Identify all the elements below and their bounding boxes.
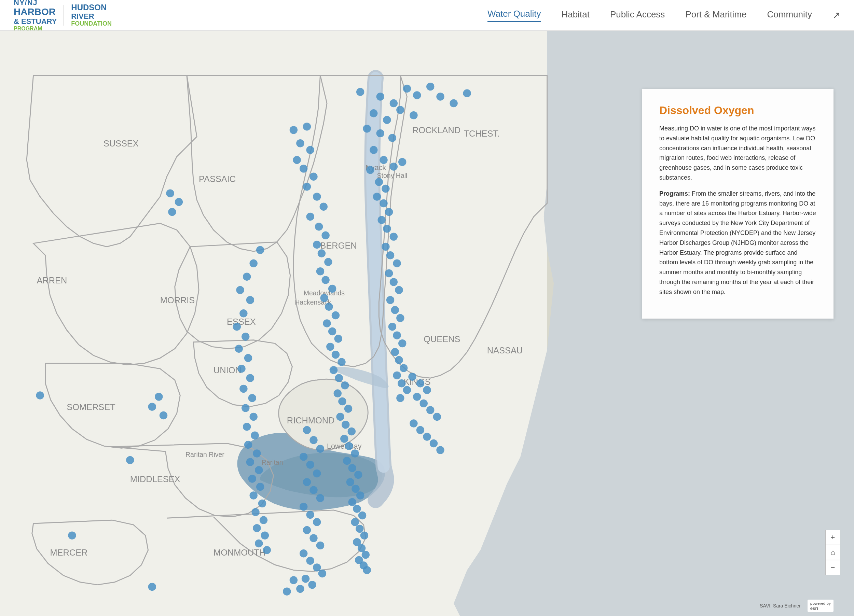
svg-point-24 (373, 193, 381, 201)
svg-point-156 (410, 419, 418, 427)
svg-point-23 (381, 185, 389, 193)
svg-point-45 (393, 371, 401, 379)
share-icon[interactable]: ↗ (833, 9, 840, 21)
svg-point-114 (241, 333, 249, 341)
svg-point-179 (319, 570, 326, 577)
zoom-in-button[interactable]: + (825, 530, 840, 545)
svg-point-80 (334, 389, 342, 397)
svg-point-171 (306, 511, 314, 519)
label-queens: QUEENS (424, 334, 460, 344)
zoom-out-button[interactable]: − (825, 560, 840, 575)
nav-habitat[interactable]: Habitat (561, 9, 590, 21)
label-sussex: SUSSEX (104, 138, 139, 148)
label-lower-bay: Lower Bay (327, 442, 362, 450)
nynj-logo: NY/NJ HARBOR & ESTUARY PROGRAM (14, 0, 57, 32)
svg-point-158 (423, 433, 431, 441)
svg-point-184 (283, 587, 291, 595)
svg-point-116 (244, 354, 252, 362)
svg-point-164 (300, 453, 307, 461)
svg-point-16 (388, 134, 396, 142)
svg-point-62 (313, 241, 321, 249)
svg-point-139 (166, 189, 174, 197)
svg-point-33 (385, 269, 393, 277)
svg-point-117 (238, 365, 245, 373)
svg-point-113 (233, 323, 241, 330)
svg-point-66 (322, 276, 329, 284)
svg-point-159 (430, 440, 438, 447)
svg-point-166 (313, 470, 321, 478)
label-nassau: NASSAU (487, 345, 523, 355)
svg-point-35 (395, 286, 403, 294)
programs-bold-label: Programs: (659, 190, 690, 197)
svg-point-22 (375, 178, 383, 186)
svg-point-5 (413, 91, 421, 99)
svg-point-141 (168, 208, 176, 216)
svg-point-27 (377, 216, 385, 224)
svg-point-165 (306, 461, 314, 468)
map-container[interactable]: SUSSEX PASSAIC BERGEN MORRIS ESSEX UNION… (0, 31, 854, 616)
svg-point-86 (340, 435, 348, 443)
label-arren: ARREN (37, 275, 67, 285)
label-mercer: MERCER (50, 548, 87, 557)
esri-label: esri (810, 606, 818, 611)
label-somerset: SOMERSET (67, 402, 115, 412)
nav-water-quality[interactable]: Water Quality (488, 9, 541, 22)
svg-point-53 (293, 156, 300, 164)
svg-point-63 (318, 249, 326, 257)
svg-point-4 (403, 85, 411, 93)
svg-point-70 (332, 312, 340, 319)
nav-community[interactable]: Community (767, 9, 812, 21)
logo-area: NY/NJ HARBOR & ESTUARY PROGRAM HUDSON RI… (14, 0, 112, 32)
svg-point-112 (239, 309, 247, 317)
nav-public-access[interactable]: Public Access (610, 9, 665, 21)
svg-point-10 (370, 109, 377, 117)
svg-point-107 (256, 246, 264, 254)
panel-paragraph1: Measuring DO in water is one of the most… (659, 123, 816, 183)
svg-point-183 (296, 585, 304, 593)
svg-point-25 (380, 199, 387, 207)
svg-point-60 (315, 223, 323, 231)
svg-point-28 (383, 225, 391, 233)
svg-point-162 (310, 436, 317, 444)
svg-point-161 (303, 426, 311, 434)
svg-point-126 (253, 449, 261, 457)
zoom-home-button[interactable]: ⌂ (825, 545, 840, 560)
svg-point-95 (348, 498, 356, 506)
svg-point-160 (436, 446, 444, 454)
svg-point-44 (400, 364, 407, 372)
svg-point-176 (300, 549, 307, 557)
svg-point-87 (345, 442, 353, 450)
svg-point-72 (328, 327, 336, 335)
svg-point-148 (148, 583, 156, 591)
svg-point-13 (410, 111, 418, 119)
svg-point-50 (303, 123, 311, 131)
nynj-line2: HARBOR (14, 7, 57, 17)
svg-point-152 (413, 393, 421, 400)
label-morris: MORRIS (160, 295, 195, 305)
svg-point-47 (403, 386, 411, 394)
svg-point-133 (252, 508, 259, 516)
svg-point-99 (355, 525, 363, 533)
svg-point-122 (249, 413, 257, 421)
svg-point-52 (306, 146, 314, 154)
svg-point-168 (310, 486, 317, 494)
svg-point-90 (348, 464, 356, 472)
svg-point-125 (244, 441, 252, 449)
hudson-line1: HUDSON (71, 3, 112, 12)
svg-point-155 (433, 413, 441, 421)
svg-point-174 (310, 534, 317, 542)
svg-point-98 (351, 518, 359, 526)
svg-point-65 (316, 268, 324, 275)
svg-point-103 (362, 551, 370, 559)
svg-point-1 (356, 88, 364, 96)
svg-point-46 (398, 379, 406, 387)
svg-point-175 (316, 541, 324, 549)
svg-point-100 (360, 531, 368, 539)
svg-point-173 (303, 526, 311, 534)
svg-point-143 (148, 403, 156, 411)
nav-port-maritime[interactable]: Port & Maritime (685, 9, 746, 21)
svg-point-30 (381, 243, 389, 251)
svg-point-140 (175, 198, 183, 206)
svg-point-38 (396, 314, 404, 322)
map-controls: + ⌂ − (825, 530, 840, 575)
